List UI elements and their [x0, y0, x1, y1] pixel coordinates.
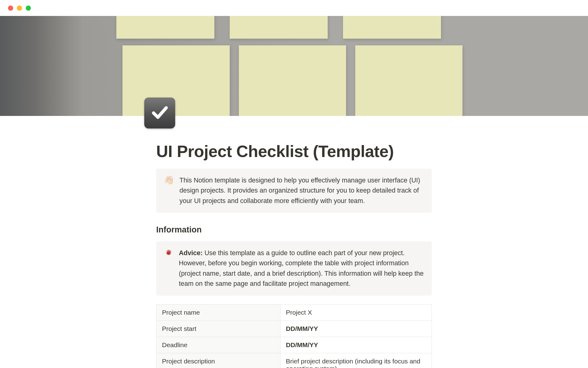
minimize-window-button[interactable]	[17, 6, 22, 11]
table-row[interactable]: Project startDD/MM/YY	[156, 321, 432, 337]
table-cell-label[interactable]: Project description	[156, 353, 281, 368]
advice-body: Use this template as a guide to outline …	[179, 249, 424, 287]
table-cell-label[interactable]: Deadline	[156, 337, 281, 353]
intro-callout[interactable]: 👋🏻 This Notion template is designed to h…	[156, 169, 432, 213]
table-row[interactable]: DeadlineDD/MM/YY	[156, 337, 432, 353]
sticky-note-icon	[123, 45, 230, 116]
project-info-table[interactable]: Project nameProject XProject startDD/MM/…	[156, 304, 432, 368]
table-row[interactable]: Project descriptionBrief project descrip…	[156, 353, 432, 368]
table-cell-value[interactable]: DD/MM/YY	[280, 321, 432, 337]
advice-callout[interactable]: Advice: Use this template as a guide to …	[156, 241, 432, 296]
advice-label: Advice:	[179, 249, 203, 257]
page-cover[interactable]	[0, 16, 588, 116]
table-row[interactable]: Project nameProject X	[156, 305, 432, 321]
intro-text[interactable]: This Notion template is designed to help…	[179, 175, 424, 206]
table-cell-label[interactable]: Project start	[156, 321, 281, 337]
sticky-note-icon	[343, 16, 441, 39]
section-heading-information[interactable]: Information	[156, 225, 432, 235]
sticky-note-icon	[230, 16, 328, 39]
window-titlebar	[0, 0, 588, 16]
table-cell-label[interactable]: Project name	[156, 305, 281, 321]
wave-icon: 👋🏻	[164, 175, 174, 206]
sticky-note-icon	[116, 16, 214, 39]
sticky-note-icon	[355, 45, 462, 116]
table-cell-value[interactable]: Brief project description (including its…	[280, 353, 432, 368]
maximize-window-button[interactable]	[26, 6, 31, 11]
checkmark-icon	[150, 103, 169, 123]
table-cell-value[interactable]: DD/MM/YY	[280, 337, 432, 353]
close-window-button[interactable]	[8, 6, 13, 11]
page-title[interactable]: UI Project Checklist (Template)	[156, 142, 432, 161]
advice-text[interactable]: Advice: Use this template as a guide to …	[179, 248, 424, 289]
sticky-note-icon	[239, 45, 346, 116]
table-cell-value[interactable]: Project X	[280, 305, 432, 321]
page-content: UI Project Checklist (Template) 👋🏻 This …	[156, 116, 432, 368]
page-icon[interactable]	[144, 98, 175, 128]
stop-hand-icon	[164, 248, 173, 289]
